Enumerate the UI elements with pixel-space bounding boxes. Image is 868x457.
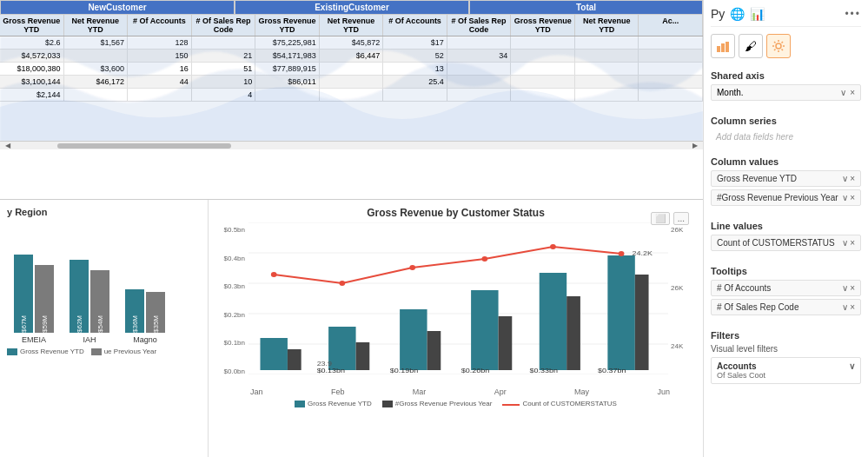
cell: $18,000,380 [0, 63, 64, 75]
jun-bar-1 [607, 255, 634, 370]
cell [511, 50, 575, 62]
cv-prev-year-label: #Gross Revenue Previous Year [717, 193, 842, 202]
cell [320, 76, 384, 88]
emeia-label: EMEIA [22, 335, 46, 344]
cell: 150 [128, 50, 192, 62]
cell [575, 89, 639, 101]
cell [64, 50, 129, 62]
legend-prev-label: ue Previous Year [104, 348, 157, 355]
chart-expand-btn[interactable]: ⬜ [651, 212, 670, 225]
scrollbar-thumb[interactable] [57, 143, 231, 149]
lv-count-close[interactable]: × [850, 238, 855, 248]
lv-count-chevron[interactable]: ∨ [842, 238, 848, 248]
add-field-placeholder[interactable]: Add data fields here [711, 129, 861, 144]
iah-group: $62M $54M IAH [70, 260, 109, 344]
legend-prev-year-label: #Gross Revenue Previous Year [395, 400, 493, 407]
cell [383, 89, 447, 101]
col-h-6: Net Revenue YTD [320, 15, 384, 36]
viz-icon-bar[interactable] [711, 34, 735, 58]
cell: 128 [128, 36, 192, 49]
viz-icon-gear[interactable] [766, 34, 791, 58]
y-label-0: $0.0bn [224, 368, 245, 375]
jun-bar-2 [635, 275, 649, 370]
tooltip-accounts[interactable]: # Of Accounts ∨ × [711, 280, 861, 296]
chart-x-labels: Jan Feb Mar Apr May Jun [215, 387, 696, 396]
viz-type-icons: 🖌 [711, 34, 861, 58]
y-axis-right: 26K 26K 24K [668, 222, 696, 387]
cell [639, 63, 703, 75]
cell: $2,144 [0, 89, 64, 101]
cell [320, 89, 384, 101]
filter-accounts[interactable]: Accounts ∨ Of Sales Coot [711, 357, 861, 384]
line-value-count[interactable]: Count of CUSTOMERSTATUS ∨ × [711, 235, 861, 251]
legend-count-line [502, 404, 520, 406]
cell: $75,225,981 [255, 36, 320, 49]
jun-annotation: 24.2K [632, 248, 653, 256]
scroll-right[interactable]: ▶ [689, 142, 701, 149]
legend-count-status: Count of CUSTOMERSTATUS [502, 400, 616, 407]
cell [447, 36, 512, 49]
jan-bar-2 [288, 349, 301, 370]
py-icon[interactable]: Py [711, 7, 725, 21]
scroll-left[interactable]: ◀ [2, 142, 14, 149]
cell [255, 89, 320, 101]
magno-bar-2: $35M [146, 292, 165, 333]
cell: 13 [383, 63, 447, 75]
cell: $6,447 [320, 50, 384, 62]
filter-accounts-expand[interactable]: ∨ [849, 361, 855, 371]
main-chart-title: Gross Revenue by Customer Status [367, 207, 545, 219]
legend-gross-bar [7, 348, 17, 355]
y2-label-3: 26K [671, 284, 683, 292]
cv-prev-year-close[interactable]: × [850, 193, 855, 202]
legend-gross-ytd-bar [295, 401, 305, 407]
cell [575, 50, 639, 62]
shared-axis-close[interactable]: × [850, 88, 855, 97]
x-jan: Jan [250, 387, 263, 396]
legend-prev-year: ue Previous Year [91, 348, 157, 355]
chart-more-btn[interactable]: ... [673, 212, 689, 225]
table-row: $3,100,144 $46,172 44 10 $86,011 25.4 [0, 76, 703, 89]
column-value-gross-ytd[interactable]: Gross Revenue YTD ∨ × [711, 170, 861, 187]
cv-prev-year-chevron[interactable]: ∨ [842, 193, 848, 202]
shared-axis-field[interactable]: Month. ∨ × [711, 84, 861, 101]
tooltips-section: Tooltips # Of Accounts ∨ × # Of Sales Re… [711, 266, 861, 318]
more-dots-icon[interactable]: ••• [845, 8, 861, 20]
filter-accounts-title: Accounts ∨ [717, 361, 855, 371]
cv-gross-ytd-chevron[interactable]: ∨ [842, 174, 848, 183]
col-h-10: Net Revenue YTD [575, 15, 639, 36]
tooltip-sales-rep[interactable]: # Of Sales Rep Code ∨ × [711, 299, 861, 315]
visual-level-filters-label: Visual level filters [711, 344, 861, 354]
feb-annotation: 23.9 [317, 359, 333, 367]
cell: $77,889,915 [255, 63, 320, 75]
tt-accounts-chevron[interactable]: ∨ [842, 283, 848, 293]
cell [128, 89, 192, 101]
tt-sales-rep-close[interactable]: × [850, 302, 855, 312]
tt-sales-rep-chevron[interactable]: ∨ [842, 302, 848, 312]
cv-gross-ytd-close[interactable]: × [850, 174, 855, 183]
chart-legend-bottom: Gross Revenue YTD #Gross Revenue Previou… [215, 400, 696, 407]
horizontal-scrollbar[interactable]: ◀ ▶ [0, 141, 703, 149]
col-h-4: # Of Sales Rep Code [192, 15, 256, 36]
line-point-may [550, 244, 556, 249]
emeia-bar-1: $67M [14, 255, 33, 333]
column-values-section: Column values Gross Revenue YTD ∨ × #Gro… [711, 156, 861, 209]
globe-icon[interactable]: 🌐 [730, 7, 745, 21]
tt-accounts-close[interactable]: × [850, 283, 855, 293]
table-subheader: Gross Revenue YTD Net Revenue YTD # Of A… [0, 15, 703, 36]
shared-axis-chevron[interactable]: ∨ [840, 88, 846, 97]
chart-icon[interactable]: 📊 [750, 7, 765, 21]
mar-bar-1 [400, 309, 427, 370]
cell: 52 [383, 50, 447, 62]
svg-rect-8 [726, 42, 729, 52]
line-point-mar [409, 265, 415, 270]
jan-bar-1 [260, 338, 287, 370]
magno-bar-1: $36M [125, 289, 144, 333]
cell [575, 76, 639, 88]
column-value-prev-year[interactable]: #Gross Revenue Previous Year ∨ × [711, 189, 861, 206]
col-h-2: Net Revenue YTD [64, 15, 129, 36]
emeia-bar-2: $59M [35, 265, 54, 333]
viz-icon-paint[interactable]: 🖌 [739, 34, 763, 58]
column-values-title: Column values [711, 156, 861, 167]
y2-label-5: 24K [671, 342, 683, 350]
x-may: May [574, 387, 589, 396]
